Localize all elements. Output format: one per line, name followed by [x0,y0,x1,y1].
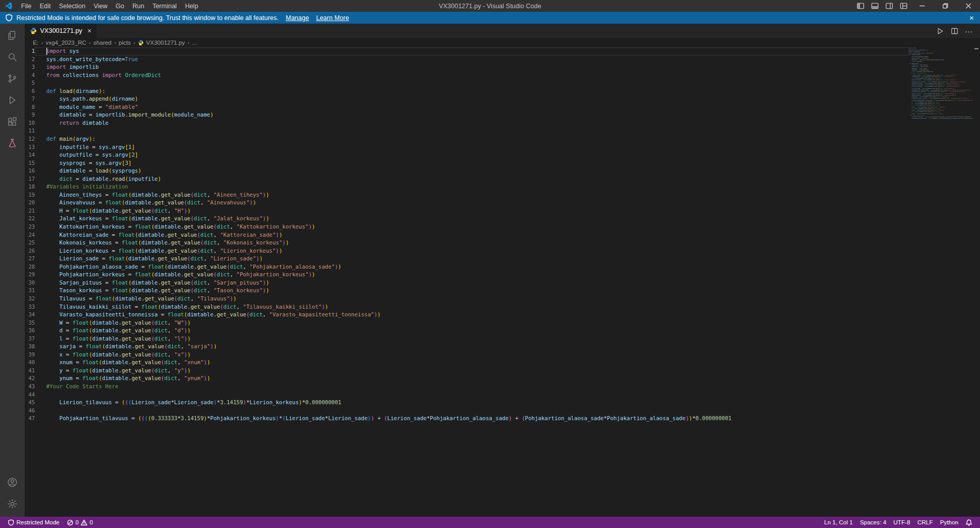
activity-bar-search-icon[interactable] [0,46,25,68]
line-number[interactable]: 40 [25,359,35,367]
eol-status[interactable]: CRLF [914,517,936,528]
line-number[interactable]: 2 [25,55,35,64]
line-number[interactable]: 30 [25,279,35,287]
line-number[interactable]: 19 [25,191,35,199]
line-number[interactable]: 10 [25,119,35,127]
line-number[interactable]: 34 [25,311,35,319]
breadcrumb-item[interactable]: ... [191,40,198,46]
code-line-text[interactable]: from collections import OrderedDict [35,71,909,80]
language-mode-status[interactable]: Python [936,517,962,528]
menu-help[interactable]: Help [181,0,202,12]
code-line-text[interactable]: #Your Code Starts Here [35,383,909,391]
line-number[interactable]: 31 [25,287,35,295]
line-number[interactable]: 3 [25,63,35,71]
code-line-text[interactable]: Varasto_kapasiteetti_tonneissa = float(d… [35,311,909,319]
line-number[interactable]: 36 [25,327,35,335]
line-number[interactable]: 5 [25,79,35,87]
menu-view[interactable]: View [89,0,112,12]
tab-close-icon[interactable]: × [87,27,91,34]
breadcrumb-item[interactable]: vxg4_2023_RC [45,40,87,46]
line-number[interactable]: 22 [25,215,35,223]
activity-bar-source-control-icon[interactable] [0,68,25,89]
line-number[interactable]: 13 [25,143,35,152]
line-number[interactable]: 28 [25,263,35,271]
code-line-text[interactable]: Lierion_korkeus = float(dimtable.get_val… [35,247,909,255]
menu-go[interactable]: Go [112,0,128,12]
activity-bar-explorer-icon[interactable] [0,25,25,46]
code-line-text[interactable]: sysprogs = sys.argv[3] [35,159,909,167]
line-number[interactable]: 25 [25,239,35,247]
code-line-text[interactable]: #Variables initialization [35,183,909,191]
menu-edit[interactable]: Edit [35,0,55,12]
code-line-text[interactable]: dimtable = importlib.import_module(modul… [35,111,909,119]
code-line-text[interactable]: import sys [35,47,909,55]
code-line-text[interactable]: sarja = float(dimtable.get_value(dict, "… [35,343,909,351]
code-line-text[interactable]: Pohjakartion_tilavuus = ((((0.333333*3.1… [35,414,909,423]
run-python-file-button[interactable] [934,25,946,37]
menu-file[interactable]: File [17,0,35,12]
code-line-text[interactable]: Tason_korkeus = float(dimtable.get_value… [35,287,909,295]
code-line-text[interactable]: Pohjakartion_korkeus = float(dimtable.ge… [35,271,909,279]
code-line-text[interactable]: def load(dirname): [35,87,909,96]
code-line-text[interactable]: def main(argv): [35,135,909,143]
code-line-text[interactable]: inputfile = sys.argv[1] [35,143,909,152]
code-line-text[interactable]: Ainevahvuus = float(dimtable.get_value(d… [35,199,909,207]
code-line-text[interactable]: outputfile = sys.argv[2] [35,151,909,159]
code-line-text[interactable] [35,391,909,399]
code-line-text[interactable]: import importlib [35,63,909,71]
line-number[interactable]: 18 [25,183,35,191]
indentation-status[interactable]: Spaces: 4 [856,517,890,528]
line-number[interactable]: 29 [25,271,35,279]
cursor-position-status[interactable]: Ln 1, Col 1 [821,517,857,528]
line-number[interactable]: 20 [25,199,35,207]
breadcrumb-item[interactable]: VX3001271.py [137,40,186,46]
breadcrumb-item[interactable]: picts [118,40,132,46]
code-line-text[interactable] [35,127,909,135]
banner-close-icon[interactable]: × [969,14,974,22]
line-number[interactable]: 41 [25,367,35,375]
line-number[interactable]: 9 [25,111,35,119]
customize-layout-icon[interactable] [896,0,911,12]
line-number[interactable]: 44 [25,391,35,399]
line-number[interactable]: 1 [25,47,35,55]
line-number[interactable]: 43 [25,383,35,391]
window-close-button[interactable] [957,0,980,12]
code-line-text[interactable]: Kattoreian_sade = float(dimtable.get_val… [35,231,909,239]
code-line-text[interactable]: W = float(dimtable.get_value(dict, "W")) [35,319,909,327]
breadcrumb-item[interactable]: shared [93,40,113,46]
line-number[interactable]: 42 [25,374,35,383]
line-number[interactable]: 33 [25,303,35,311]
line-number[interactable]: 4 [25,71,35,80]
line-number[interactable]: 24 [25,231,35,239]
code-line-text[interactable]: d = float(dimtable.get_value(dict, "d")) [35,327,909,335]
split-editor-button[interactable] [948,25,960,37]
line-number[interactable]: 15 [25,159,35,167]
code-line-text[interactable]: Sarjan_pituus = float(dimtable.get_value… [35,279,909,287]
line-number[interactable]: 39 [25,351,35,359]
line-number[interactable]: 8 [25,103,35,111]
line-number[interactable]: 27 [25,255,35,263]
line-number[interactable]: 21 [25,207,35,215]
encoding-status[interactable]: UTF-8 [890,517,914,528]
line-number[interactable]: 35 [25,319,35,327]
line-number[interactable]: 47 [25,414,35,423]
line-number[interactable]: 16 [25,167,35,175]
activity-bar-extensions-icon[interactable] [0,111,25,133]
toggle-secondary-sidebar-icon[interactable] [882,0,896,12]
code-line-text[interactable]: Kokonais_korkeus = float(dimtable.get_va… [35,239,909,247]
code-line-text[interactable]: xnum = float(dimtable.get_value(dict, "x… [35,359,909,367]
line-number[interactable]: 12 [25,135,35,143]
more-actions-button[interactable]: ··· [963,25,975,37]
menu-selection[interactable]: Selection [55,0,89,12]
code-line-text[interactable]: Tilavuus_kaikki_siilot = float(dimtable.… [35,303,909,311]
code-line-text[interactable]: dict = dimtable.read(inputfile) [35,175,909,183]
code-line-text[interactable]: sys.path.append(dirname) [35,95,909,103]
activity-bar-account-icon[interactable] [0,472,25,493]
code-line-text[interactable]: x = float(dimtable.get_value(dict, "x")) [35,351,909,359]
code-line-text[interactable]: dimtable = load(sysprogs) [35,167,909,175]
restricted-mode-status[interactable]: Restricted Mode [4,517,63,528]
toggle-primary-sidebar-icon[interactable] [853,0,867,12]
learn-more-link[interactable]: Learn More [316,14,349,22]
code-line-text[interactable]: Jalat_korkeus = float(dimtable.get_value… [35,215,909,223]
line-number[interactable]: 14 [25,151,35,159]
